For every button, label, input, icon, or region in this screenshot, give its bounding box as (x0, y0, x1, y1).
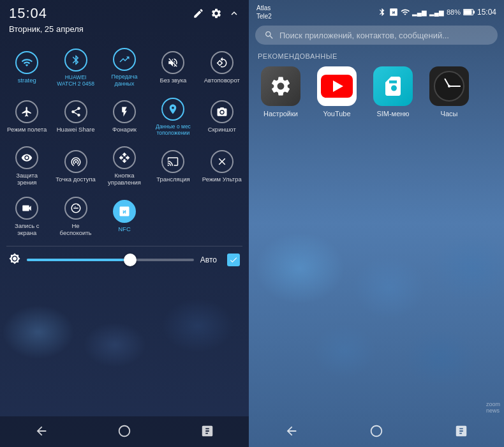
yt-play-button (321, 75, 353, 98)
tile-nfc[interactable]: NFC (100, 192, 149, 242)
tile-huawei-share[interactable]: Huawei Share (51, 93, 100, 141)
brightness-fill (27, 259, 127, 261)
time-left: 15:04 (9, 5, 47, 22)
app-youtube[interactable]: YouTube (314, 66, 360, 117)
tile-airplane[interactable]: Режим полета (3, 93, 51, 141)
auto-checkbox[interactable] (227, 254, 240, 266)
collapse-icon[interactable] (228, 8, 240, 19)
clock-app-icon (429, 66, 469, 106)
carrier2: Tele2 (256, 12, 272, 20)
eye-icon (15, 146, 38, 169)
search-placeholder: Поиск приложений, контактов, сообщений..… (279, 31, 449, 40)
tile-hotspot-label: Точка доступа (56, 176, 96, 183)
brightness-icon (9, 253, 20, 267)
clock-center-dot (448, 85, 450, 87)
signal-icon (401, 8, 410, 17)
tile-button[interactable]: Кнопкауправления (100, 141, 149, 192)
app-sim[interactable]: SIM-меню (370, 66, 416, 117)
auto-label: Авто (200, 255, 217, 264)
status-bar-left: 15:04 (0, 0, 249, 24)
tile-screenrec-label: Запись сэкрана (15, 222, 40, 237)
brightness-thumb (124, 254, 137, 266)
button-icon (113, 146, 136, 169)
tile-dnd[interactable]: Небеспокоить (51, 192, 100, 242)
section-recommended: РЕКОМЕНДОВАННЫЕ (249, 50, 504, 66)
nfc-icon (113, 200, 136, 223)
tile-ultra-label: Режим Ультра (202, 176, 242, 183)
flashlight-icon (113, 100, 136, 123)
home-button-left[interactable] (114, 420, 135, 444)
home-button-right[interactable] (366, 420, 387, 444)
recents-button-right[interactable] (450, 420, 472, 444)
signal-bars2: ▂▄▆ (429, 9, 444, 16)
tile-data-label: Передачаданных (111, 73, 137, 87)
settings-icon[interactable] (211, 8, 222, 19)
clock-face (434, 71, 464, 102)
app-clock[interactable]: Часы (426, 66, 472, 117)
nfc-status-icon (389, 8, 398, 17)
tile-screenshot[interactable]: Скриншот (198, 93, 246, 141)
wifi-icon (15, 51, 38, 74)
settings-app-icon (261, 66, 300, 106)
brightness-slider[interactable] (27, 259, 194, 261)
tile-autorotate-label: Автоповорот (204, 77, 240, 84)
sim-app-icon (373, 66, 413, 106)
nav-bar-right (249, 416, 504, 447)
tile-cast[interactable]: Трансляция (149, 141, 197, 192)
tile-sound[interactable]: Без звука (149, 43, 197, 93)
tile-bluetooth-label: HUAWEIWATCH 2 0458 (57, 74, 94, 87)
tile-location[interactable]: Данные о местоположении (149, 93, 197, 141)
bluetooth-status-icon (378, 8, 387, 17)
tile-huawei-share-label: Huawei Share (57, 126, 95, 133)
app-clock-label: Часы (441, 110, 458, 117)
tile-button-label: Кнопкауправления (108, 172, 141, 186)
tile-ultra[interactable]: Режим Ультра (198, 141, 246, 192)
search-bar[interactable]: Поиск приложений, контактов, сообщений..… (255, 26, 498, 45)
tile-dnd-label: Небеспокоить (60, 222, 92, 237)
screenshot-icon (211, 100, 233, 123)
battery-pct: 88% (447, 8, 461, 16)
autorotate-icon (211, 51, 233, 74)
ultra-icon (211, 150, 233, 173)
back-button-left[interactable] (31, 420, 52, 444)
carrier1: Atlas (256, 4, 272, 12)
carrier-info: Atlas Tele2 (256, 4, 272, 20)
app-sim-label: SIM-меню (376, 110, 409, 117)
hotspot-icon (64, 150, 87, 173)
huawei-share-icon (64, 100, 87, 123)
tile-sound-label: Без звука (159, 77, 186, 84)
tile-eye-label: Защитазрения (16, 172, 38, 186)
clock-minute-hand (449, 86, 461, 87)
signal-bars: ▂▄▆ (412, 9, 427, 16)
quick-tiles-grid: strateg HUAWEIWATCH 2 0458 Передачаданны… (0, 40, 249, 245)
tile-bluetooth[interactable]: HUAWEIWATCH 2 0458 (51, 43, 100, 93)
airplane-icon (15, 100, 38, 123)
tile-wifi-label: strateg (18, 77, 36, 84)
tile-data[interactable]: Передачаданных (100, 43, 149, 93)
nav-bar-left (0, 416, 249, 447)
tile-eye[interactable]: Защитазрения (3, 141, 51, 192)
tile-hotspot[interactable]: Точка доступа (51, 141, 100, 192)
youtube-app-icon (317, 66, 357, 106)
yt-triangle (333, 80, 343, 92)
cast-icon (161, 150, 184, 173)
bluetooth-icon (64, 49, 87, 72)
svg-rect-2 (464, 10, 472, 15)
tile-autorotate[interactable]: Автоповорот (198, 43, 246, 93)
app-settings[interactable]: Настройки (258, 66, 304, 117)
tile-flashlight[interactable]: Фонарик (100, 93, 149, 141)
status-icons-left (193, 8, 240, 19)
tile-location-label: Данные о местоположении (156, 123, 191, 136)
battery-icon (463, 8, 475, 16)
recents-button-left[interactable] (196, 420, 218, 444)
time-right: 15:04 (477, 8, 496, 17)
watermark: zoomnews (486, 401, 500, 414)
app-youtube-label: YouTube (323, 110, 350, 117)
tile-nfc-label: NFC (118, 225, 131, 232)
app-grid: Настройки YouTube SIM-меню (249, 66, 504, 117)
notification-shade: 15:04 Вторник, 25 апреля strateg HUAWEIW… (0, 0, 249, 447)
back-button-right[interactable] (281, 420, 302, 444)
tile-screenrec[interactable]: Запись сэкрана (3, 192, 51, 242)
tile-wifi[interactable]: strateg (3, 43, 51, 93)
dnd-icon (64, 197, 87, 220)
